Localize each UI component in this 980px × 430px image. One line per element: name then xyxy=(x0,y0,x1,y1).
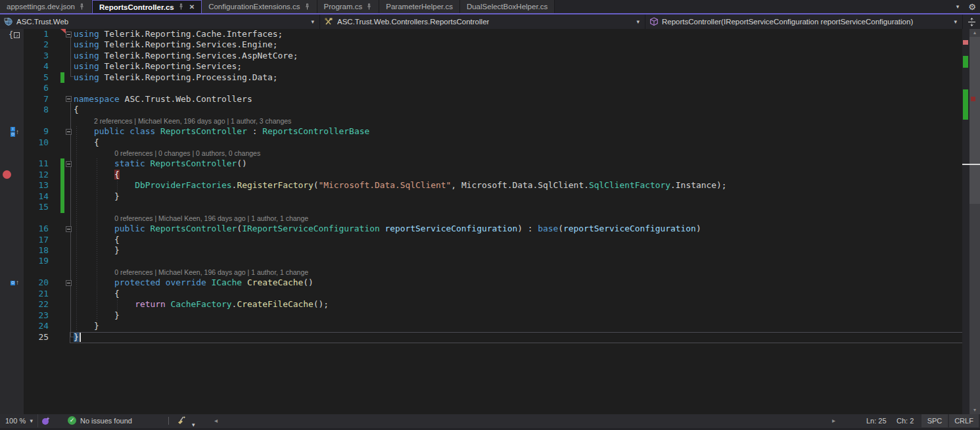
line-number[interactable]: 17 xyxy=(20,235,49,245)
code-line-12[interactable]: 12 { xyxy=(0,170,962,180)
line-number[interactable]: 24 xyxy=(20,321,49,331)
code-line-20[interactable]: 20 protected override ICache CreateCache… xyxy=(0,277,962,288)
override-margin-icon[interactable]: O ↑ xyxy=(11,279,19,286)
line-number[interactable]: 23 xyxy=(20,310,49,321)
codelens-info[interactable]: 0 references | Michael Keen, 196 days ag… xyxy=(114,267,308,278)
member-dropdown[interactable]: ReportsController(IReportServiceConfigur… xyxy=(645,14,963,29)
code-line-15[interactable]: 15 xyxy=(0,202,962,212)
line-number[interactable]: 5 xyxy=(20,72,49,83)
line-number[interactable]: 10 xyxy=(20,137,49,148)
breakpoint-icon[interactable] xyxy=(3,170,11,179)
fold-collapse-icon[interactable] xyxy=(66,32,72,37)
line-number[interactable]: 2 xyxy=(20,39,49,50)
codelens-info[interactable]: 2 references | Michael Keen, 196 days ag… xyxy=(94,116,291,127)
codelens-row[interactable]: 0 references | Michael Keen, 196 days ag… xyxy=(0,213,962,224)
vertical-scrollbar[interactable]: ▴ ▾ xyxy=(969,29,980,414)
line-number[interactable]: 6 xyxy=(20,83,49,93)
line-number[interactable]: 12 xyxy=(20,170,49,180)
pin-icon[interactable] xyxy=(79,3,85,11)
fold-collapse-icon[interactable] xyxy=(66,129,72,135)
scrollbar-thumb[interactable] xyxy=(969,37,980,204)
line-number[interactable]: 18 xyxy=(20,245,49,256)
line-number[interactable]: 22 xyxy=(20,299,49,310)
tab-ParameterHelper.cs[interactable]: ParameterHelper.cs xyxy=(379,0,460,13)
close-icon[interactable]: ✕ xyxy=(188,3,195,11)
code-text: { xyxy=(74,105,79,115)
code-line-10[interactable]: 10 { xyxy=(0,137,962,148)
code-editor[interactable]: 1using Telerik.Reporting.Cache.Interface… xyxy=(0,29,980,414)
hscroll-right-icon[interactable]: ▸ xyxy=(832,414,835,427)
line-number[interactable]: 11 xyxy=(20,158,49,169)
fold-collapse-icon[interactable] xyxy=(66,226,72,232)
code-line-3[interactable]: 3using Telerik.Reporting.Services.AspNet… xyxy=(0,51,962,61)
tab-overflow-chevron-down-icon[interactable]: ▾ xyxy=(956,4,960,10)
issues-status-text[interactable]: No issues found xyxy=(80,414,132,427)
tab-label: ParameterHelper.cs xyxy=(386,3,453,11)
code-line-13[interactable]: 13 DbProviderFactories.RegisterFactory("… xyxy=(0,180,962,191)
code-line-23[interactable]: 23 } xyxy=(0,310,962,321)
code-line-24[interactable]: 24 } xyxy=(0,321,962,331)
line-number[interactable]: 19 xyxy=(20,256,49,266)
codelens-row[interactable]: 2 references | Michael Keen, 196 days ag… xyxy=(0,116,962,126)
code-line-18[interactable]: 18 } xyxy=(0,245,962,256)
line-number[interactable]: 14 xyxy=(20,191,49,202)
line-number[interactable]: 8 xyxy=(20,105,49,115)
zoom-control[interactable]: 100 % ▾ xyxy=(0,414,38,427)
scroll-down-icon[interactable]: ▾ xyxy=(969,406,980,414)
line-number[interactable]: 15 xyxy=(20,202,49,212)
line-number[interactable]: 16 xyxy=(20,224,49,234)
line-number[interactable]: 20 xyxy=(20,277,49,288)
fold-collapse-icon[interactable] xyxy=(66,96,72,102)
codelens-info[interactable]: 0 references | 0 changes | 0 authors, 0 … xyxy=(114,148,260,159)
code-line-22[interactable]: 22 return CacheFactory.CreateFileCache()… xyxy=(0,299,962,310)
pin-icon[interactable] xyxy=(366,3,372,11)
code-line-14[interactable]: 14 } xyxy=(0,191,962,202)
split-editor-button[interactable] xyxy=(963,14,980,29)
pin-icon[interactable] xyxy=(304,3,310,11)
code-line-5[interactable]: 5using Telerik.Reporting.Processing.Data… xyxy=(0,72,962,83)
code-line-11[interactable]: 11 static ReportsController() xyxy=(0,158,962,169)
tab-DualSelectBoxHelper.cs[interactable]: DualSelectBoxHelper.cs xyxy=(460,0,555,13)
text-cursor xyxy=(80,333,81,342)
code-line-19[interactable]: 19 xyxy=(0,256,962,266)
code-cleanup-icon[interactable] xyxy=(176,416,188,429)
line-number[interactable]: 1 xyxy=(20,29,49,39)
line-number[interactable]: 21 xyxy=(20,289,49,299)
scroll-up-icon[interactable]: ▴ xyxy=(969,29,980,37)
codelens-row[interactable]: 0 references | 0 changes | 0 authors, 0 … xyxy=(0,148,962,158)
code-line-6[interactable]: 6 xyxy=(0,83,962,93)
code-line-9[interactable]: 9 public class ReportsController : Repor… xyxy=(0,126,962,137)
line-number[interactable]: 7 xyxy=(20,94,49,105)
pin-icon[interactable] xyxy=(178,3,184,11)
gear-icon[interactable]: ⚙ xyxy=(968,3,976,11)
chevron-down-icon[interactable]: ▾ xyxy=(192,418,195,430)
code-line-2[interactable]: 2using Telerik.Reporting.Services.Engine… xyxy=(0,39,962,50)
codelens-row[interactable]: 0 references | Michael Keen, 196 days ag… xyxy=(0,267,962,277)
type-dropdown[interactable]: ASC.Trust.Web.Controllers.ReportsControl… xyxy=(320,14,645,29)
code-line-4[interactable]: 4using Telerik.Reporting.Services; xyxy=(0,61,962,72)
no-issues-check-icon[interactable]: ✓ xyxy=(68,416,76,425)
project-dropdown[interactable]: ASC.Trust.Web ▾ xyxy=(0,14,320,29)
code-line-16[interactable]: 16 public ReportsController(IReportServi… xyxy=(0,224,962,234)
fold-collapse-icon[interactable] xyxy=(66,161,72,167)
tab-Program.cs[interactable]: Program.cs xyxy=(317,0,380,13)
code-line-8[interactable]: 8{ xyxy=(0,105,962,115)
codelens-info[interactable]: 0 references | Michael Keen, 196 days ag… xyxy=(114,213,308,224)
code-line-1[interactable]: 1using Telerik.Reporting.Cache.Interface… xyxy=(0,29,962,39)
code-line-17[interactable]: 17 { xyxy=(0,235,962,245)
inheritance-margin-icon[interactable]: IO ↑ xyxy=(11,127,19,137)
line-number[interactable]: 4 xyxy=(20,61,49,72)
line-number[interactable]: 13 xyxy=(20,180,49,191)
line-number[interactable]: 25 xyxy=(20,332,49,343)
code-line-7[interactable]: 7namespace ASC.Trust.Web.Controllers xyxy=(0,94,962,105)
code-text: using Telerik.Reporting.Cache.Interfaces… xyxy=(74,29,283,39)
tab-ConfigurationExtensions.cs[interactable]: ConfigurationExtensions.cs xyxy=(202,0,317,13)
line-number[interactable]: 3 xyxy=(20,51,49,61)
fold-collapse-icon[interactable] xyxy=(66,280,72,286)
code-line-21[interactable]: 21 { xyxy=(0,289,962,299)
tab-appsettings.dev.json[interactable]: appsettings.dev.json xyxy=(0,0,92,13)
tab-ReportsController.cs[interactable]: ReportsController.cs✕ xyxy=(92,0,202,13)
line-number[interactable]: 9 xyxy=(20,126,49,137)
red-flag-marker xyxy=(60,29,66,34)
hscroll-left-icon[interactable]: ◂ xyxy=(214,414,218,427)
